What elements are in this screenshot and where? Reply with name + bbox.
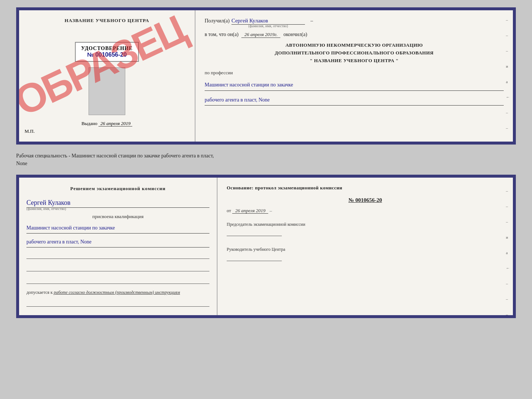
predsedatel-label: Председатель экзаменационной комиссии (227, 221, 504, 228)
org-block: АВТОНОМНУЮ НЕКОММЕРЧЕСКУЮ ОРГАНИЗАЦИЮ ДО… (205, 42, 504, 64)
photo-placeholder (89, 67, 125, 115)
vydano-line: Выдано 26 апреля 2019 (82, 121, 133, 127)
protocol-num: № 0010656-20 (227, 197, 504, 203)
udost-number: № 0010656-20 (81, 51, 133, 58)
top-cert-side-marks: – – – и а ← – – – (506, 18, 510, 145)
vydano-label: Выдано (82, 121, 97, 126)
qual-line1: Машинист насосной станции по закачке (26, 222, 209, 234)
po-professii: по профессии (205, 70, 504, 76)
ot-date-row: от 26 апреля 2019 – (227, 208, 504, 214)
profession-line1: Машинист насосной станции по закачке (205, 79, 504, 90)
org-line2: ДОПОЛНИТЕЛЬНОГО ПРОФЕССИОНАЛЬНОГО ОБРАЗО… (205, 49, 504, 57)
udost-title: УДОСТОВЕРЕНИЕ (81, 46, 133, 51)
predsedatel-sig-line (227, 229, 282, 236)
profession-line2: рабочего агента в пласт, None (205, 95, 504, 106)
empty-line-3 (26, 277, 209, 284)
empty-line-1 (26, 252, 209, 259)
vtom-row: в том, что он(а) 26 апреля 2019г. окончи… (205, 32, 504, 38)
rukovoditel-block: Руководитель учебного Центра (227, 246, 504, 261)
ot-date: 26 апреля 2019 (232, 208, 268, 214)
org-line1: АВТОНОМНУЮ НЕКОММЕРЧЕСКУЮ ОРГАНИЗАЦИЮ (205, 42, 504, 49)
dopuskaetsya-text: допускается к работе согласно должностны… (26, 290, 209, 295)
rukovoditel-label: Руководитель учебного Центра (227, 246, 504, 253)
qual-line2: рабочего агента в пласт, None (26, 236, 209, 247)
info-text-block: Рабочая специальность - Машинист насосно… (16, 150, 516, 169)
udostoverenie-box: УДОСТОВЕРЕНИЕ № 0010656-20 (75, 42, 139, 62)
vtom-date: 26 апреля 2019г. (241, 32, 280, 38)
empty-line-2 (26, 264, 209, 271)
vydano-date: 26 апреля 2019 (98, 121, 132, 127)
okonchil-label: окончил(а) (283, 32, 307, 38)
osnov-title: Основание: протокол экзаменационной коми… (227, 185, 504, 191)
dopuskaetsya-prefix: допускается к (26, 290, 53, 295)
prisvoena-text: присвоена квалификация (26, 214, 209, 220)
org-line3: " НАЗВАНИЕ УЧЕБНОГО ЦЕНТРА " (205, 57, 504, 65)
ot-label: от (227, 208, 231, 213)
info-line2: None (16, 160, 516, 167)
bottom-fio-hint: (фамилия, имя, отчество) (26, 207, 209, 211)
poluchil-row: Получил(а) Сергей Кулаков (фамилия, имя,… (205, 18, 504, 28)
mp-label: М.П. (25, 128, 35, 134)
komissia-title: Решением экзаменационной комиссии (26, 185, 209, 192)
cert-bottom-right: Основание: протокол экзаменационной коми… (218, 178, 513, 315)
cert-top-left: НАЗВАНИЕ УЧЕБНОГО ЦЕНТРА ОБРАЗЕЦ УДОСТОВ… (19, 10, 195, 142)
certificate-bottom: Решением экзаменационной комиссии Сергей… (16, 175, 516, 318)
dopuskaetsya-value: работе согласно должностным (производств… (54, 290, 180, 295)
cert-bottom-left: Решением экзаменационной комиссии Сергей… (19, 178, 218, 315)
certificate-top: НАЗВАНИЕ УЧЕБНОГО ЦЕНТРА ОБРАЗЕЦ УДОСТОВ… (16, 7, 516, 145)
info-line1: Рабочая специальность - Машинист насосно… (16, 152, 516, 160)
school-name-top: НАЗВАНИЕ УЧЕБНОГО ЦЕНТРА (65, 18, 150, 24)
bottom-cert-side-marks: – – – и а ← – – – (506, 189, 510, 317)
cert-top-right: Получил(а) Сергей Кулаков (фамилия, имя,… (195, 10, 513, 142)
empty-line-4 (26, 299, 209, 307)
predsedatel-block: Председатель экзаменационной комиссии (227, 221, 504, 236)
vtom-label: в том, что он(а) (205, 32, 238, 38)
poluchil-hint: (фамилия, имя, отчество) (231, 24, 305, 28)
rukovoditel-sig-line (227, 254, 282, 261)
poluchil-label: Получил(а) (205, 18, 230, 24)
